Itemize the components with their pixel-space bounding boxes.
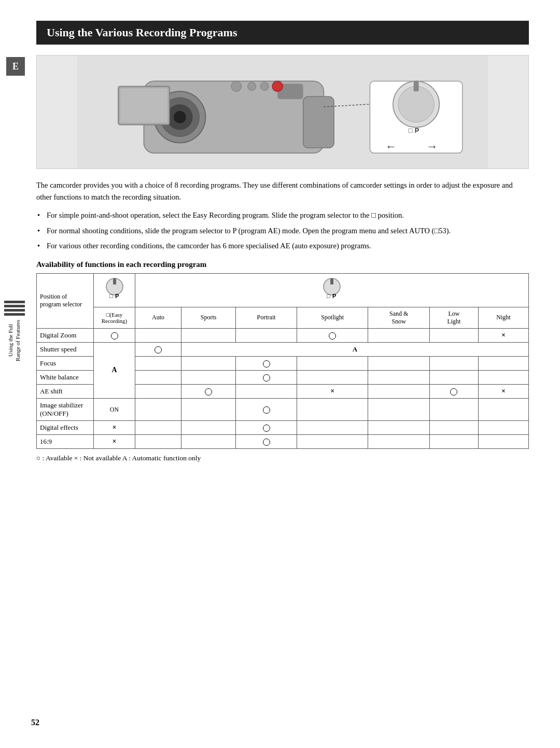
cell-dz-spotlight: [297, 328, 368, 342]
cell-dz-low: [430, 328, 479, 342]
cell-is-auto: [135, 399, 181, 421]
cell-dz-auto: [135, 328, 181, 342]
program-sand-snow: Sand &Snow: [368, 307, 430, 328]
page-title: Using the Various Recording Programs: [36, 21, 529, 45]
cell-ae-sports: [181, 385, 236, 399]
selector-icon-left: □ P: [94, 273, 135, 307]
cell-wb-low: [430, 370, 479, 384]
availability-table: Position ofprogram selector □ P: [36, 273, 529, 449]
cell-wb-portrait: [236, 370, 297, 384]
cell-wb-auto: [135, 370, 181, 384]
page-number: 52: [31, 718, 39, 727]
bullet-item-2: For normal shooting conditions, slide th…: [47, 225, 529, 237]
svg-text:P: P: [332, 293, 336, 299]
table-row: Shutter speed A A: [37, 342, 529, 356]
cell-dz-sports: [181, 328, 236, 342]
cell-169-low: [430, 435, 479, 449]
table-row: Digital effects ×: [37, 421, 529, 435]
cell-dz-portrait: [236, 328, 297, 342]
left-sidebar: E Using the Full Range of Features: [0, 0, 31, 748]
svg-rect-28: [330, 278, 333, 285]
cell-169-auto: [135, 435, 181, 449]
row-label-imgstab: Image stabilizer(ON/OFF): [37, 399, 94, 421]
main-content: Using the Various Recording Programs: [31, 0, 560, 748]
cell-ae-spotlight: ×: [297, 385, 368, 399]
cell-ss-auto: [135, 342, 181, 356]
cell-de-spotlight: [297, 421, 368, 435]
svg-text:P: P: [415, 126, 419, 134]
svg-rect-6: [303, 96, 334, 148]
cell-focus-portrait: [236, 356, 297, 370]
table-legend: ○ : Available × : Not available A : Auto…: [36, 454, 529, 462]
cell-de-easy: ×: [94, 421, 135, 435]
cell-169-night: [478, 435, 528, 449]
row-label-aeshift: AE shift: [37, 385, 94, 399]
svg-text:□: □: [109, 293, 113, 299]
bullet-item-3: For various other recording conditions, …: [47, 240, 529, 252]
svg-rect-24: [113, 278, 116, 285]
table-header-row-1: Position ofprogram selector □ P: [37, 273, 529, 307]
row-label-digital-zoom: Digital Zoom: [37, 328, 94, 342]
camera-diagram: □ P ← →: [36, 55, 529, 169]
cell-is-portrait: [236, 399, 297, 421]
cell-de-portrait: [236, 421, 297, 435]
cell-wb-night: [478, 370, 528, 384]
svg-point-13: [272, 81, 283, 92]
cell-focus-spotlight: [297, 356, 368, 370]
cell-focus-auto: [135, 356, 181, 370]
cell-ae-auto: [135, 385, 181, 399]
svg-text:→: →: [426, 140, 438, 153]
cell-ae-portrait: [236, 385, 297, 399]
table-row: 16:9 ×: [37, 435, 529, 449]
cell-ss-easy: A: [94, 342, 135, 398]
cell-169-spotlight: [297, 435, 368, 449]
cell-de-sports: [181, 421, 236, 435]
cell-169-easy: ×: [94, 435, 135, 449]
row-label-shutter: Shutter speed: [37, 342, 94, 356]
cell-is-night: [478, 399, 528, 421]
bullet-list: For simple point-and-shoot operation, se…: [36, 209, 529, 252]
cell-de-low: [430, 421, 479, 435]
cell-wb-sand: [368, 370, 430, 384]
cell-de-sand: [368, 421, 430, 435]
cell-focus-night: [478, 356, 528, 370]
body-paragraph: The camcorder provides you with a choice…: [36, 179, 529, 203]
cell-is-low: [430, 399, 479, 421]
svg-point-11: [248, 82, 256, 91]
svg-text:□: □: [409, 126, 413, 134]
sidebar-label: Using the Full Range of Features: [0, 301, 29, 361]
cell-de-auto: [135, 421, 181, 435]
table-header-row-2: □(EasyRecording) Auto Sports Portrait Sp…: [37, 307, 529, 328]
cell-ae-low: [430, 385, 479, 399]
selector-icon-right: □ P: [135, 273, 529, 307]
cell-wb-spotlight: [297, 370, 368, 384]
cell-169-sports: [181, 435, 236, 449]
table-section-title: Availability of functions in each record…: [36, 260, 529, 269]
table-row: Image stabilizer(ON/OFF) ON: [37, 399, 529, 421]
program-auto: Auto: [135, 307, 181, 328]
cell-169-sand: [368, 435, 430, 449]
svg-rect-8: [120, 88, 167, 122]
svg-point-10: [231, 81, 242, 92]
selector-label: Position ofprogram selector: [37, 273, 94, 328]
program-easy: □(EasyRecording): [94, 307, 135, 328]
svg-text:□: □: [327, 293, 330, 299]
row-label-focus: Focus: [37, 356, 94, 370]
svg-text:←: ←: [385, 140, 397, 153]
cell-is-spotlight: [297, 399, 368, 421]
cell-is-sand: [368, 399, 430, 421]
row-label-169: 16:9: [37, 435, 94, 449]
program-low-light: LowLight: [430, 307, 479, 328]
svg-point-12: [260, 82, 269, 91]
cell-dz-easy: [94, 328, 135, 342]
table-row: Digital Zoom ×: [37, 328, 529, 342]
bullet-item-1: For simple point-and-shoot operation, se…: [47, 209, 529, 221]
cell-ae-sand: [368, 385, 430, 399]
cell-focus-sports: [181, 356, 236, 370]
cell-focus-low: [430, 356, 479, 370]
cell-ae-night: ×: [478, 385, 528, 399]
svg-rect-17: [414, 81, 419, 92]
cell-de-night: [478, 421, 528, 435]
cell-dz-sand: [368, 328, 430, 342]
cell-is-sports: [181, 399, 236, 421]
